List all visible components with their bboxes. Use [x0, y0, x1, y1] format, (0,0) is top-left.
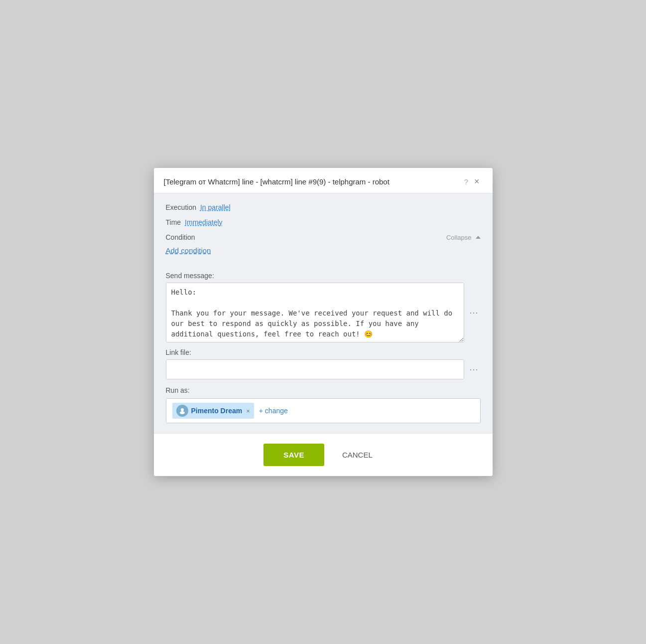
collapse-label: Collapse: [446, 234, 472, 241]
save-button[interactable]: SAVE: [263, 444, 324, 466]
time-value[interactable]: Immediately: [185, 218, 222, 226]
close-button[interactable]: ×: [471, 176, 483, 187]
send-message-label: Send message:: [166, 272, 481, 280]
dialog-footer: SAVE CANCEL: [154, 433, 493, 476]
dialog-body: Execution In parallel Time Immediately C…: [154, 193, 493, 433]
add-condition-section: Add condition: [166, 246, 481, 264]
chevron-up-icon: [476, 236, 481, 239]
execution-value[interactable]: In parallel: [200, 203, 231, 211]
link-file-label: Link file:: [166, 348, 481, 356]
condition-label: Condition: [166, 233, 195, 241]
dialog: [Telegram от Whatcrm] line - [whatcrm] l…: [154, 168, 493, 476]
message-dots-button[interactable]: ···: [467, 306, 480, 320]
message-wrapper: ···: [166, 283, 481, 342]
add-condition-button[interactable]: Add condition: [166, 246, 211, 255]
dialog-title: [Telegram от Whatcrm] line - [whatcrm] l…: [164, 177, 389, 186]
link-file-dots-button[interactable]: ···: [467, 362, 480, 377]
condition-row: Condition Collapse: [166, 233, 481, 241]
message-textarea[interactable]: [166, 283, 465, 342]
help-icon[interactable]: ?: [464, 177, 468, 186]
svg-point-0: [181, 408, 184, 411]
link-file-wrapper: ···: [166, 359, 481, 379]
user-remove-button[interactable]: ×: [246, 407, 250, 415]
user-avatar-icon: [176, 405, 188, 417]
execution-row: Execution In parallel: [166, 203, 481, 211]
user-tag: Pimento Dream ×: [172, 403, 254, 419]
execution-label: Execution: [166, 203, 196, 211]
svg-point-1: [180, 411, 185, 414]
change-button[interactable]: + change: [259, 407, 288, 415]
link-file-input[interactable]: [166, 359, 465, 379]
run-as-label: Run as:: [166, 386, 481, 394]
run-as-container: Pimento Dream × + change: [166, 398, 481, 423]
cancel-button[interactable]: CANCEL: [332, 444, 383, 466]
dialog-header: [Telegram от Whatcrm] line - [whatcrm] l…: [154, 168, 493, 193]
user-name: Pimento Dream: [191, 407, 243, 415]
time-row: Time Immediately: [166, 218, 481, 226]
collapse-button[interactable]: Collapse: [446, 234, 481, 241]
time-label: Time: [166, 218, 181, 226]
